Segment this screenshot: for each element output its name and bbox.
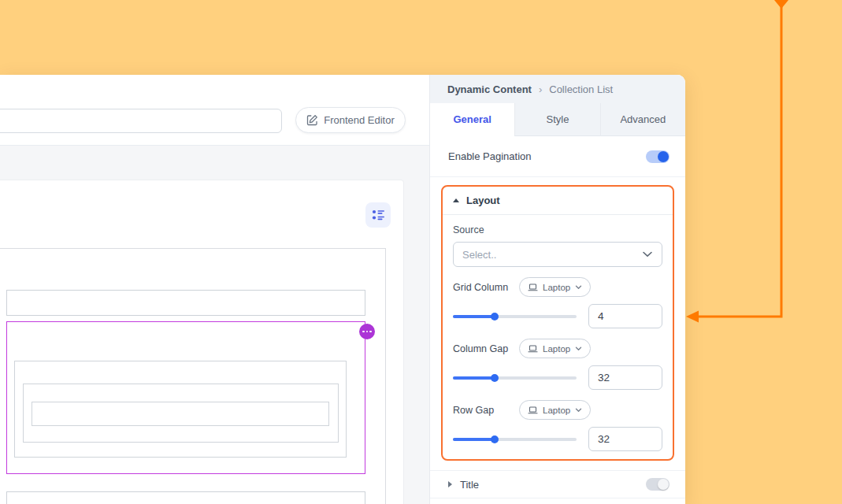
selected-element[interactable] [6, 321, 365, 474]
grid-column-row: Grid Column Laptop [453, 277, 662, 297]
column-gap-row: Column Gap Laptop [453, 339, 662, 358]
chevron-down-icon [642, 251, 653, 258]
layout-section-title: Layout [466, 195, 500, 206]
row-gap-slider[interactable] [453, 428, 577, 451]
tab-general[interactable]: General [430, 103, 514, 136]
collection-list-icon [372, 209, 385, 221]
ellipsis-icon [362, 331, 365, 333]
pencil-edit-icon [306, 114, 318, 126]
frontend-editor-button[interactable]: Frontend Editor [295, 107, 406, 133]
wireframe-box[interactable] [23, 384, 339, 443]
source-select-value: Select.. [462, 249, 496, 261]
title-section-label: Title [460, 479, 646, 491]
column-gap-slider-row [453, 365, 662, 390]
layout-section-body: Source Select.. Grid Column [443, 215, 673, 459]
grid-column-slider[interactable] [453, 305, 577, 328]
laptop-icon [528, 345, 538, 353]
editor-canvas [0, 146, 429, 504]
tab-advanced[interactable]: Advanced [600, 103, 685, 136]
wireframe-box[interactable] [6, 290, 365, 316]
collapse-caret-icon [453, 198, 459, 202]
element-options-handle[interactable] [359, 324, 375, 339]
title-section-row[interactable]: Title [430, 470, 685, 498]
grid-column-device-selector[interactable]: Laptop [519, 277, 591, 297]
row-gap-slider-row [453, 427, 662, 451]
source-label: Source [453, 224, 662, 236]
expand-caret-icon [448, 481, 452, 487]
laptop-icon [528, 406, 538, 414]
laptop-icon [528, 284, 538, 291]
editor-topbar: Frontend Editor [0, 75, 429, 146]
panel-tabs: General Style Advanced [430, 103, 685, 136]
breadcrumb-parent[interactable]: Dynamic Content [447, 83, 532, 95]
device-label: Laptop [543, 344, 570, 354]
enable-pagination-row: Enable Pagination [430, 136, 685, 177]
wireframe-box[interactable] [6, 491, 365, 504]
topbar-input[interactable] [0, 109, 282, 133]
settings-panel: Dynamic Content › Collection List Genera… [429, 75, 685, 504]
wireframe-box[interactable] [32, 402, 329, 426]
column-gap-label: Column Gap [453, 343, 519, 354]
panel-content: Enable Pagination Layout Source Select.. [430, 136, 685, 504]
title-section-toggle[interactable] [646, 478, 670, 491]
collection-list-button[interactable] [365, 202, 391, 228]
chevron-down-icon [575, 346, 582, 351]
breadcrumb: Dynamic Content › Collection List [430, 75, 685, 103]
grid-column-slider-row [453, 304, 662, 328]
row-gap-label: Row Gap [453, 405, 519, 416]
row-gap-row: Row Gap Laptop [453, 400, 662, 420]
row-gap-device-selector[interactable]: Laptop [519, 400, 591, 420]
breadcrumb-current: Collection List [549, 83, 613, 95]
enable-pagination-label: Enable Pagination [448, 150, 646, 162]
column-gap-device-selector[interactable]: Laptop [519, 339, 591, 358]
column-gap-slider[interactable] [453, 366, 577, 390]
slider-handle[interactable] [491, 374, 499, 382]
column-gap-input[interactable] [588, 365, 662, 390]
wireframe-box[interactable] [14, 361, 347, 458]
layout-section-header[interactable]: Layout [443, 187, 673, 215]
layout-section: Layout Source Select.. Grid Column [441, 185, 674, 461]
row-gap-input[interactable] [588, 427, 662, 451]
frontend-editor-label: Frontend Editor [324, 114, 395, 126]
builder-window: Frontend Editor [0, 75, 685, 504]
source-select[interactable]: Select.. [453, 242, 662, 267]
chevron-down-icon [575, 408, 582, 413]
breadcrumb-separator-icon: › [539, 83, 542, 95]
tab-style[interactable]: Style [514, 103, 599, 136]
device-label: Laptop [543, 406, 570, 415]
slider-handle[interactable] [491, 313, 499, 321]
slider-handle[interactable] [491, 435, 499, 443]
grid-column-input[interactable] [588, 304, 662, 328]
grid-column-label: Grid Column [453, 282, 519, 293]
enable-pagination-toggle[interactable] [646, 150, 670, 163]
chevron-down-icon [575, 285, 582, 290]
device-label: Laptop [543, 283, 570, 292]
